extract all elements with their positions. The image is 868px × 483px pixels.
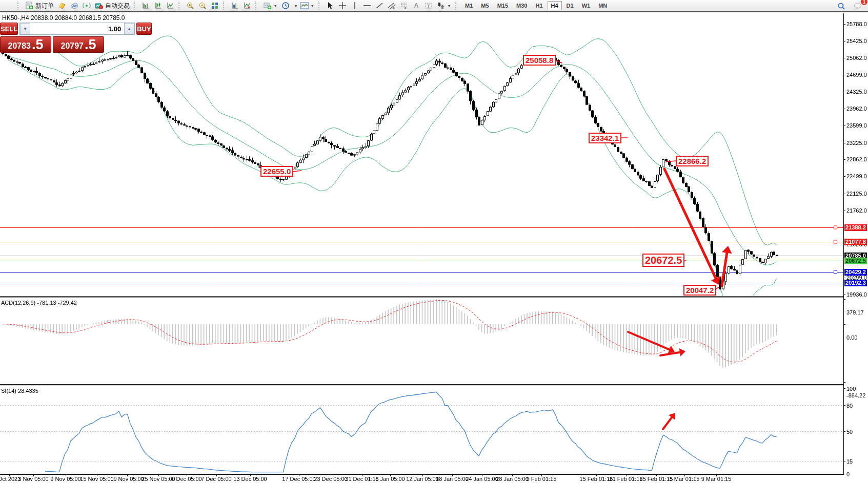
- vertical-line-icon: [351, 2, 359, 10]
- zoom-in-button[interactable]: [184, 1, 196, 11]
- timeframe-mn[interactable]: MN: [595, 1, 611, 10]
- rsi-axis-label: 50: [846, 429, 853, 435]
- auto-trading-button[interactable]: 自动交易: [93, 1, 132, 11]
- crosshair-icon: [338, 2, 347, 10]
- new-order-icon: [25, 2, 33, 10]
- new-order-label: 新订单: [35, 2, 54, 10]
- price-axis-label: 23225.0: [846, 140, 867, 146]
- cursor-button[interactable]: [324, 1, 336, 11]
- quotes-button[interactable]: [56, 1, 68, 11]
- chart-title: HK50-,H4 20838.0 20884.0 20681.5 20785.0: [2, 14, 125, 22]
- price-callout[interactable]: 22655.0: [260, 166, 293, 177]
- zoom-in-icon: [186, 2, 194, 10]
- text-label-icon: T: [425, 2, 433, 10]
- time-axis-label: 12 Jan 05:00: [406, 476, 439, 482]
- candlestick-chart-button[interactable]: [152, 1, 164, 11]
- time-axis-label: 9 Nov 05:00: [50, 476, 80, 482]
- navigator-button[interactable]: [241, 1, 253, 11]
- price-callout[interactable]: 25058.8: [523, 55, 556, 66]
- fibonacci-button[interactable]: F: [398, 1, 410, 11]
- tile-windows-button[interactable]: [209, 1, 221, 11]
- clock-icon: [281, 2, 290, 10]
- time-axis-label: 28 Jan 05:00: [496, 476, 529, 482]
- time-axis-label: 18 Jan 05:00: [436, 476, 469, 482]
- macd-indicator-label: ACD(12,26,9) -781.13 -729.42: [1, 300, 77, 306]
- text-button[interactable]: A: [410, 1, 422, 11]
- rsi-axis-label: 100: [846, 386, 856, 392]
- data-window-button[interactable]: [229, 1, 241, 11]
- crosshair-button[interactable]: [336, 1, 349, 11]
- price-callout[interactable]: 20047.2: [683, 285, 716, 296]
- fibonacci-icon: F: [400, 2, 408, 10]
- timeframe-w1[interactable]: W1: [578, 1, 594, 10]
- new-chart-button[interactable]: ▾: [261, 1, 279, 11]
- auto-trading-icon: [95, 2, 103, 10]
- timeframe-m5[interactable]: M5: [477, 1, 492, 10]
- horizontal-line-button[interactable]: [361, 1, 373, 11]
- volume-up-button[interactable]: ▲: [124, 23, 134, 34]
- search-button[interactable]: [835, 1, 847, 11]
- timeframe-h4[interactable]: H4: [548, 1, 562, 10]
- buy-price-main: 20797: [60, 40, 84, 52]
- trendline-button[interactable]: [373, 1, 386, 11]
- price-tag: 20429.2: [844, 269, 867, 276]
- bar-chart-button[interactable]: [139, 1, 152, 11]
- price-callout[interactable]: 23342.1: [589, 133, 621, 143]
- time-axis-label: 1 Dec 05:00: [171, 476, 201, 482]
- chart-canvas[interactable]: [0, 13, 868, 483]
- price-callout[interactable]: 20672.5: [642, 254, 684, 267]
- arrows-button[interactable]: ▾: [435, 1, 453, 11]
- timeframe-d1[interactable]: D1: [563, 1, 577, 10]
- price-axis-label: 22862.0: [846, 156, 867, 162]
- new-order-button[interactable]: 新订单: [23, 1, 56, 11]
- timeframe-m30[interactable]: M30: [513, 1, 531, 10]
- svg-text:E: E: [393, 7, 395, 10]
- tile-windows-icon: [211, 2, 219, 10]
- svg-text:F: F: [405, 7, 407, 10]
- time-axis-label: 31 Dec 01:15: [345, 476, 378, 482]
- macd-axis-label: 0.00: [846, 334, 857, 341]
- timeframe-m1[interactable]: M1: [461, 1, 476, 10]
- timeframe-h1[interactable]: H1: [532, 1, 546, 10]
- sell-price[interactable]: 20783 .5: [0, 36, 51, 53]
- equidistant-channel-button[interactable]: E: [386, 1, 398, 11]
- time-axis-label: 25 Feb 01:15: [640, 476, 673, 482]
- new-chart-icon: [263, 2, 271, 10]
- sell-price-main: 20783: [8, 40, 31, 52]
- auto-trading-label: 自动交易: [105, 2, 130, 10]
- chat-button[interactable]: 1: [852, 1, 864, 11]
- notification-badge: 1: [861, 0, 867, 5]
- time-axis-label: 24 Jan 05:00: [466, 476, 498, 482]
- sell-button[interactable]: SELL: [0, 23, 18, 35]
- chart-window: HK50-,H4 20838.0 20884.0 20681.5 20785.0…: [0, 13, 868, 483]
- time-axis-label: 7 Dec 05:00: [201, 476, 231, 482]
- rsi-axis-label: 0: [846, 471, 850, 477]
- volume-input[interactable]: [30, 23, 124, 34]
- vertical-line-button[interactable]: [349, 1, 361, 11]
- time-axis-label: 17 Dec 05:00: [282, 476, 315, 482]
- channel-icon: E: [388, 2, 396, 10]
- time-axis-label: 13 Dec 05:00: [233, 476, 267, 482]
- rsi-axis-label: 80: [846, 403, 853, 409]
- signals-button[interactable]: [80, 1, 93, 11]
- buy-button[interactable]: BUY: [136, 23, 151, 35]
- time-axis-label: 23 Dec 05:00: [314, 476, 347, 482]
- market-watch-button[interactable]: [68, 1, 80, 11]
- price-tag: 21388.2: [844, 224, 867, 231]
- price-axis-label: 25425.0: [846, 38, 867, 44]
- line-chart-button[interactable]: [164, 1, 176, 11]
- buy-price[interactable]: 20797 .5: [53, 36, 104, 53]
- price-axis-label: 25062.0: [846, 55, 867, 61]
- timeframe-m15[interactable]: M15: [494, 1, 512, 10]
- price-callout[interactable]: 22866.2: [676, 156, 709, 166]
- clock-button[interactable]: [279, 1, 292, 11]
- toolbar-drag-handle[interactable]: [17, 2, 21, 10]
- volume-down-button[interactable]: ▼: [20, 23, 30, 34]
- arrows-caret: ▾: [447, 4, 451, 8]
- arrows-icon: [437, 2, 445, 10]
- text-label-button[interactable]: T: [422, 1, 435, 11]
- profiles-button[interactable]: ▾ ▾: [292, 1, 316, 11]
- zoom-out-button[interactable]: [196, 1, 209, 11]
- price-tag: 20672.5: [844, 258, 867, 264]
- price-tag: 20192.3: [844, 280, 867, 286]
